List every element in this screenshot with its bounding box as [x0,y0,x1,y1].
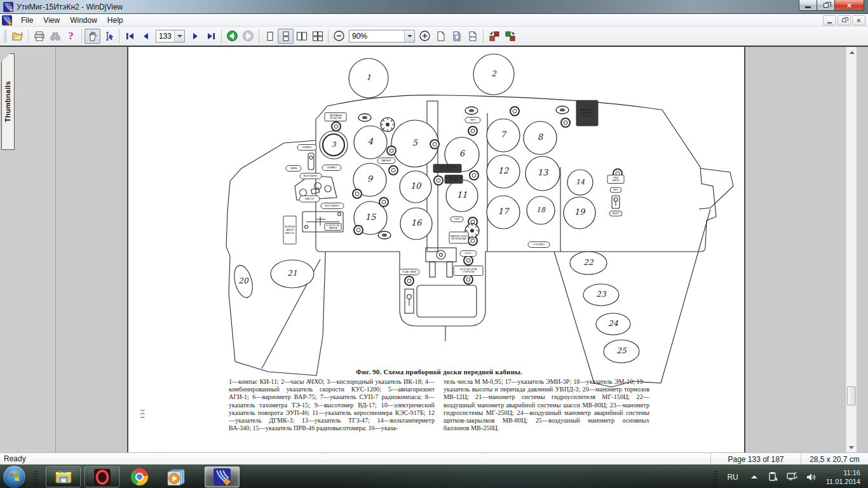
minimize-button[interactable] [799,0,817,11]
svg-text:НЕ ВЗЛЕТАЙ: НЕ ВЗЛЕТАЙ [451,238,466,240]
svg-text:УБРАНО: УБРАНО [302,146,311,149]
svg-text:ЗАМОК: ЗАМОК [285,229,294,231]
svg-text:ТОПЛИВО: ТОПЛИВО [533,243,545,246]
taskbar-opera-button[interactable] [85,466,119,487]
taskbar-chrome-button[interactable] [122,466,157,487]
hand-icon [87,30,98,42]
fit-page-button[interactable] [449,29,465,44]
thumbnails-tab-label: Thumbnails [4,81,12,123]
safely-remove-icon[interactable] [768,471,778,482]
thumbnails-tab[interactable]: Thumbnails [1,53,15,150]
layout-facing-button[interactable] [294,29,309,44]
diagram-number-11: 11 [457,190,468,200]
taskbar-clock[interactable]: 11:16 11.01.2014 [826,468,860,486]
select-tool-button[interactable] [100,29,116,44]
taskbar-wmp-button[interactable] [160,466,192,487]
scroll-down-button[interactable] [846,442,857,453]
page-number-combo[interactable]: 133 [156,30,185,43]
language-indicator[interactable]: RU [727,473,738,482]
binoculars-icon [49,30,62,43]
child-close-button[interactable]: × [852,15,865,25]
last-page-icon [205,30,217,42]
main-area: Thumbnails [0,46,868,452]
svg-text:ОТКРЫТА: ОТКРЫТА [463,271,475,273]
knob [464,256,473,265]
gunsight-mount [426,248,456,262]
svg-text:ВОЗДУХА: ВОЗДУХА [330,117,341,119]
knob [470,171,478,180]
page-number-value[interactable]: 133 [156,32,174,41]
zoom-value[interactable]: 90% [349,32,404,41]
print-button[interactable] [31,29,47,44]
actual-size-button[interactable] [433,29,449,44]
rotate-right-button[interactable] [502,29,518,44]
restore-button[interactable] [817,0,835,11]
first-page-button[interactable] [122,29,138,44]
figure-caption: Фиг. 90. Схема приборной доски передней … [229,368,649,433]
taskbar-windjview-button[interactable] [205,466,240,487]
taskbar-explorer-button[interactable] [46,466,81,487]
zoom-combo-dropdown[interactable] [404,30,414,42]
svg-text:ФАРА: ФАРА [290,167,297,170]
prev-page-button[interactable] [138,29,154,44]
help-button[interactable]: ? [63,29,79,44]
find-button[interactable] [47,29,63,44]
zoom-combo[interactable]: 90% [349,30,415,43]
pan-tool-button[interactable] [85,29,100,44]
svg-text:УБРАНО: УБРАНО [327,166,336,169]
page-combo-dropdown[interactable] [174,30,184,42]
diagram-number-14: 14 [576,178,585,186]
zoom-out-button[interactable] [331,29,347,44]
svg-text:МАЯКЕР: МАЯКЕР [381,159,391,162]
layout-single-button[interactable] [262,29,278,44]
knob [332,122,341,131]
svg-text:МАССЫ: МАССЫ [285,232,295,234]
zoom-in-icon [419,30,431,42]
last-page-button[interactable] [203,29,219,44]
diagram-number-24: 24 [608,319,618,328]
child-restore-button[interactable] [837,15,851,25]
show-hidden-icons[interactable] [751,475,757,478]
knob [387,146,396,155]
knob [434,176,443,185]
knob [405,276,414,285]
menu-view[interactable]: View [38,15,65,26]
menu-window[interactable]: Window [65,15,102,26]
layout-continuous-facing-button[interactable] [309,29,325,44]
document-view[interactable]: 1234567891011121314151617181920212223242… [57,47,857,453]
volume-icon[interactable] [806,472,816,482]
fit-width-button[interactable] [465,29,480,44]
toolbar: ? 133 [0,27,868,46]
next-page-button[interactable] [187,29,203,44]
network-icon[interactable] [786,471,798,482]
rotate-left-button[interactable] [486,29,502,44]
svg-text:ФНП: ФНП [470,119,476,121]
menu-file[interactable]: File [16,15,38,26]
scroll-up-button[interactable] [846,47,857,58]
menu-help[interactable]: Help [102,15,128,26]
scrollbar-thumb[interactable] [847,386,856,405]
vertical-scrollbar[interactable] [846,47,857,453]
next-page-icon [189,30,201,42]
layout-continuous-button[interactable] [278,29,294,44]
tray-grip [713,470,718,487]
clock-date: 11.01.2014 [826,477,860,486]
forward-button[interactable] [240,29,256,44]
diagram-number-10: 10 [410,181,422,191]
media-player-icon [167,469,185,485]
knob [464,275,473,284]
diagram-number-3: 3 [332,140,337,149]
back-button[interactable] [224,29,240,44]
child-minimize-button[interactable] [823,15,836,25]
diagram-number-1: 1 [366,73,371,82]
knob [510,107,519,116]
system-tray: RU 11:16 11.01.2014 [713,465,868,488]
svg-text:ФОТО: ФОТО [465,252,472,255]
zoom-in-button[interactable] [417,29,433,44]
knob [379,198,388,207]
open-button[interactable] [10,29,25,44]
status-size-info: 28,5 x 20,7 cm [810,455,860,464]
close-button[interactable]: × [835,0,864,11]
caption-right-column: тель числа М М-0,95; 17—указатель ЭМИ-3Р… [444,378,649,433]
start-button[interactable] [3,466,25,488]
